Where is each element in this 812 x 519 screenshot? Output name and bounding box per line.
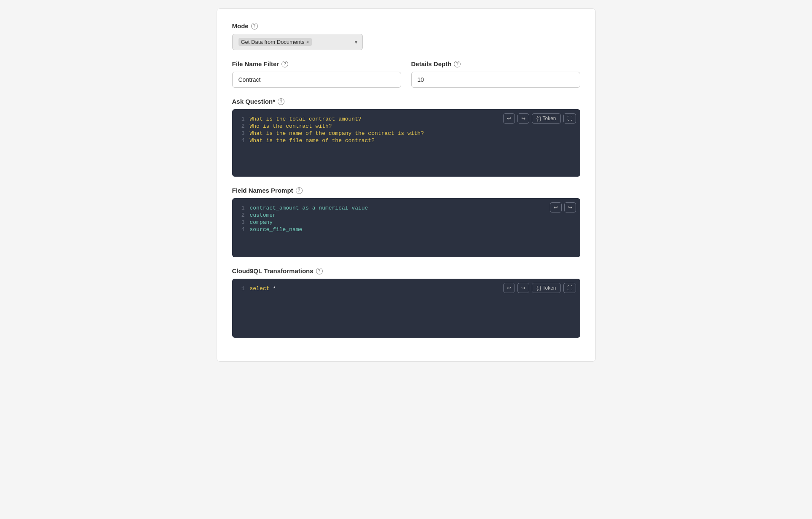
file-name-filter-group: File Name Filter ?: [232, 60, 401, 88]
cloud9ql-text: Cloud9QL Transformations: [232, 267, 314, 274]
mode-close-btn[interactable]: ×: [306, 39, 309, 45]
line-content: What is the name of the company the cont…: [250, 130, 424, 137]
line-number: 4: [239, 226, 245, 233]
ask-question-redo-btn[interactable]: ↪: [517, 113, 529, 124]
line-content: select *: [250, 285, 276, 292]
field-names-prompt-redo-btn[interactable]: ↪: [564, 202, 576, 212]
file-name-filter-label: File Name Filter ?: [232, 60, 401, 67]
mode-text: Mode: [232, 22, 249, 30]
mode-tag: Get Data from Documents ×: [239, 38, 312, 46]
details-depth-label: Details Depth ?: [411, 60, 580, 67]
ask-question-editor[interactable]: ↩ ↪ {:} Token ⛶ 1 What is the total cont…: [232, 109, 580, 177]
ask-question-token-btn[interactable]: {:} Token: [532, 113, 561, 124]
list-item: 4 What is the file name of the contract?: [239, 137, 573, 144]
cloud9ql-help-icon[interactable]: ?: [316, 268, 323, 274]
file-name-filter-help-icon[interactable]: ?: [281, 61, 288, 67]
line-number: 4: [239, 137, 245, 144]
cloud9ql-undo-btn[interactable]: ↩: [503, 283, 515, 293]
ask-question-expand-btn[interactable]: ⛶: [563, 113, 576, 124]
list-item: 1 contract_amount as a numerical value: [239, 205, 573, 211]
mode-select-display[interactable]: Get Data from Documents × ▾: [232, 34, 363, 50]
details-depth-group: Details Depth ?: [411, 60, 580, 88]
list-item: 2 Who is the contract with?: [239, 123, 573, 129]
list-item: 2 customer: [239, 212, 573, 218]
line-content: company: [250, 219, 273, 226]
ask-question-text: Ask Question*: [232, 98, 276, 105]
list-item: 4 source_file_name: [239, 226, 573, 233]
mode-selected-value: Get Data from Documents: [241, 39, 305, 45]
line-number: 3: [239, 219, 245, 226]
cloud9ql-token-btn[interactable]: {:} Token: [532, 283, 561, 293]
list-item: 3 company: [239, 219, 573, 226]
details-depth-input[interactable]: [411, 72, 580, 88]
filter-depth-row: File Name Filter ? Details Depth ?: [232, 60, 580, 88]
line-content: source_file_name: [250, 226, 303, 233]
line-content: What is the total contract amount?: [250, 116, 362, 122]
cloud9ql-editor[interactable]: ↩ ↪ {:} Token ⛶ 1 select *: [232, 279, 580, 338]
ask-question-label: Ask Question* ?: [232, 98, 580, 105]
line-number: 2: [239, 212, 245, 218]
mode-label: Mode ?: [232, 22, 580, 30]
list-item: 3 What is the name of the company the co…: [239, 130, 573, 137]
file-name-filter-text: File Name Filter: [232, 60, 279, 67]
field-names-prompt-label: Field Names Prompt ?: [232, 187, 580, 194]
field-names-prompt-undo-btn[interactable]: ↩: [550, 202, 562, 212]
field-names-prompt-lines: 1 contract_amount as a numerical value 2…: [239, 205, 573, 233]
line-content: contract_amount as a numerical value: [250, 205, 368, 211]
line-content: What is the file name of the contract?: [250, 137, 375, 144]
ask-question-undo-btn[interactable]: ↩: [503, 113, 515, 124]
file-name-filter-input[interactable]: [232, 72, 401, 88]
field-names-prompt-toolbar: ↩ ↪: [550, 202, 576, 212]
field-names-prompt-help-icon[interactable]: ?: [296, 187, 303, 194]
field-names-prompt-editor[interactable]: ↩ ↪ 1 contract_amount as a numerical val…: [232, 198, 580, 257]
mode-chevron-icon: ▾: [355, 39, 357, 45]
line-number: 1: [239, 205, 245, 211]
line-number: 1: [239, 285, 245, 292]
details-depth-text: Details Depth: [411, 60, 452, 67]
mode-select-wrapper: Get Data from Documents × ▾: [232, 34, 363, 50]
line-number: 1: [239, 116, 245, 122]
details-depth-help-icon[interactable]: ?: [454, 61, 461, 67]
cloud9ql-toolbar: ↩ ↪ {:} Token ⛶: [503, 283, 576, 293]
mode-help-icon[interactable]: ?: [251, 23, 258, 30]
field-names-prompt-text: Field Names Prompt: [232, 187, 293, 194]
main-container: Mode ? Get Data from Documents × ▾ File …: [217, 8, 596, 362]
cloud9ql-label: Cloud9QL Transformations ?: [232, 267, 580, 274]
ask-question-toolbar: ↩ ↪ {:} Token ⛶: [503, 113, 576, 124]
line-number: 3: [239, 130, 245, 137]
ask-question-help-icon[interactable]: ?: [278, 98, 284, 105]
cloud9ql-expand-btn[interactable]: ⛶: [563, 283, 576, 293]
line-number: 2: [239, 123, 245, 129]
cloud9ql-redo-btn[interactable]: ↪: [517, 283, 529, 293]
line-content: Who is the contract with?: [250, 123, 332, 129]
line-content: customer: [250, 212, 276, 218]
